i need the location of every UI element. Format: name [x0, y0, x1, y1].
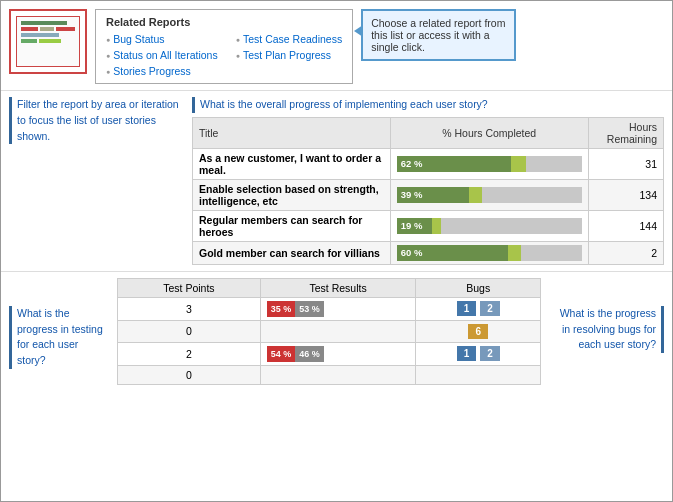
- test-points-cell: 2: [118, 342, 261, 365]
- story-hours-cell: 144: [588, 210, 663, 241]
- reports-col-left: ●Bug Status ●Status on All Iterations ●S…: [106, 33, 218, 77]
- col-title: Title: [193, 117, 391, 148]
- test-points-cell: 0: [118, 320, 261, 342]
- col-test-results: Test Results: [260, 278, 416, 297]
- reports-col-right: ●Test Case Readiness ●Test Plan Progress: [236, 33, 342, 77]
- col-test-points: Test Points: [118, 278, 261, 297]
- bugs-cell: 12: [416, 342, 541, 365]
- stories-table-container: What is the overall progress of implemen…: [192, 97, 664, 265]
- related-reports-title: Related Reports: [106, 16, 342, 28]
- test-points-cell: 3: [118, 297, 261, 320]
- story-progress-cell: 60 %: [390, 241, 588, 264]
- story-progress-cell: 39 %: [390, 179, 588, 210]
- report-thumbnail-icon: [9, 9, 87, 74]
- callout-text: Choose a related report from this list o…: [371, 17, 505, 53]
- story-progress-cell: 62 %: [390, 148, 588, 179]
- stories-table: Title % Hours Completed Hours Remaining …: [192, 117, 664, 265]
- story-row: Regular members can search for heroes19 …: [193, 210, 664, 241]
- report-link-stories-progress[interactable]: ●Stories Progress: [106, 65, 218, 77]
- story-progress-cell: 19 %: [390, 210, 588, 241]
- bugs-cell: [416, 365, 541, 384]
- report-link-bug-status[interactable]: ●Bug Status: [106, 33, 218, 45]
- callout-arrow: [354, 25, 363, 37]
- related-reports-box: Related Reports ●Bug Status ●Status on A…: [95, 9, 353, 84]
- related-reports-callout: Choose a related report from this list o…: [361, 9, 516, 61]
- col-progress: % Hours Completed: [390, 117, 588, 148]
- report-link-case-readiness[interactable]: ●Test Case Readiness: [236, 33, 342, 45]
- test-table: Test Points Test Results Bugs 335 %53 %1…: [117, 278, 541, 385]
- story-title-cell: As a new customer, I want to order a mea…: [193, 148, 391, 179]
- test-results-cell: [260, 320, 416, 342]
- test-table-container: Test Points Test Results Bugs 335 %53 %1…: [117, 278, 541, 385]
- page-container: Related Reports ●Bug Status ●Status on A…: [1, 1, 672, 391]
- story-row: As a new customer, I want to order a mea…: [193, 148, 664, 179]
- story-title-cell: Gold member can search for villians: [193, 241, 391, 264]
- testing-note: What is the progress in testing for each…: [9, 306, 109, 369]
- bugs-cell: 6: [416, 320, 541, 342]
- story-title-cell: Regular members can search for heroes: [193, 210, 391, 241]
- test-row: 335 %53 %12: [118, 297, 541, 320]
- filter-note: Filter the report by area or iteration t…: [9, 97, 184, 144]
- test-results-cell: [260, 365, 416, 384]
- report-link-all-iterations[interactable]: ●Status on All Iterations: [106, 49, 218, 61]
- story-title-cell: Enable selection based on strength, inte…: [193, 179, 391, 210]
- test-results-cell: 35 %53 %: [260, 297, 416, 320]
- test-row: 06: [118, 320, 541, 342]
- story-row: Enable selection based on strength, inte…: [193, 179, 664, 210]
- test-row: 254 %46 %12: [118, 342, 541, 365]
- test-row: 0: [118, 365, 541, 384]
- story-hours-cell: 134: [588, 179, 663, 210]
- story-hours-cell: 31: [588, 148, 663, 179]
- story-hours-cell: 2: [588, 241, 663, 264]
- story-row: Gold member can search for villians60 %2: [193, 241, 664, 264]
- middle-section: Filter the report by area or iteration t…: [1, 90, 672, 272]
- col-bugs: Bugs: [416, 278, 541, 297]
- bottom-section: What is the progress in testing for each…: [1, 272, 672, 391]
- col-hours: Hours Remaining: [588, 117, 663, 148]
- test-results-cell: 54 %46 %: [260, 342, 416, 365]
- report-link-plan-progress[interactable]: ●Test Plan Progress: [236, 49, 342, 61]
- bugs-cell: 12: [416, 297, 541, 320]
- test-points-cell: 0: [118, 365, 261, 384]
- bugs-note: What is the progress in resolving bugs f…: [549, 306, 664, 353]
- top-section: Related Reports ●Bug Status ●Status on A…: [1, 1, 672, 90]
- progress-note: What is the overall progress of implemen…: [192, 97, 664, 113]
